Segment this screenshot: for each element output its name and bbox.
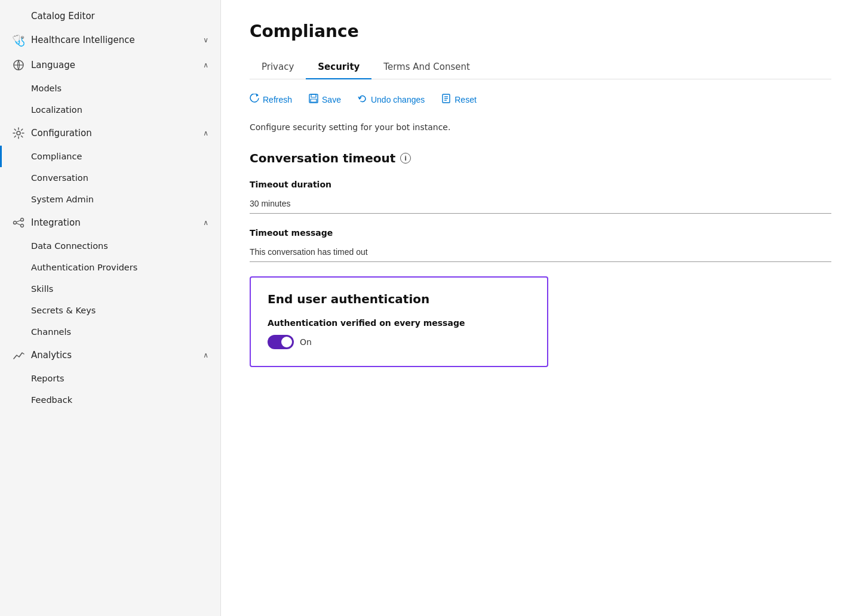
svg-point-2	[14, 221, 17, 224]
sidebar-item-integration[interactable]: Integration ∧	[0, 210, 220, 235]
toggle-knob	[281, 337, 292, 347]
reset-button[interactable]: Reset	[441, 91, 477, 108]
page-title: Compliance	[250, 21, 831, 41]
timeout-duration-label: Timeout duration	[250, 180, 831, 189]
description-text: Configure security setting for your bot …	[250, 122, 831, 132]
toggle-state-text: On	[300, 337, 312, 347]
auth-box-title: End user authentication	[268, 292, 530, 306]
tab-security[interactable]: Security	[306, 56, 371, 79]
refresh-icon	[250, 94, 259, 106]
sidebar-item-analytics[interactable]: Analytics ∧	[0, 343, 220, 368]
toggle-row: On	[268, 335, 530, 349]
chevron-down-icon: ∨	[203, 36, 208, 44]
chevron-up-icon-analytics: ∧	[203, 351, 208, 359]
sidebar-item-channels[interactable]: Channels	[0, 321, 220, 343]
analytics-icon	[12, 349, 25, 362]
sidebar-item-healthcare-intelligence[interactable]: 🩺 Healthcare Intelligence ∨	[0, 27, 220, 53]
sidebar-item-reports[interactable]: Reports	[0, 368, 220, 389]
end-user-auth-box: End user authentication Authentication v…	[250, 276, 548, 367]
svg-rect-8	[311, 94, 316, 97]
tab-privacy[interactable]: Privacy	[250, 56, 306, 79]
svg-line-6	[17, 223, 21, 225]
sidebar-item-system-admin[interactable]: System Admin	[0, 189, 220, 210]
timeout-duration-input[interactable]	[250, 194, 831, 214]
chevron-up-icon: ∧	[203, 61, 208, 69]
save-icon	[309, 94, 318, 106]
timeout-message-input[interactable]	[250, 242, 831, 262]
reset-icon	[441, 94, 451, 106]
svg-point-1	[17, 131, 20, 135]
svg-line-5	[17, 220, 21, 222]
info-icon[interactable]: i	[400, 153, 411, 164]
sidebar-item-auth-providers[interactable]: Authentication Providers	[0, 257, 220, 278]
sidebar-item-conversation[interactable]: Conversation	[0, 167, 220, 189]
sidebar: Catalog Editor 🩺 Healthcare Intelligence…	[0, 0, 221, 616]
tab-terms[interactable]: Terms And Consent	[371, 56, 482, 79]
sidebar-item-localization[interactable]: Localization	[0, 99, 220, 121]
sidebar-item-feedback[interactable]: Feedback	[0, 389, 220, 411]
save-button[interactable]: Save	[309, 91, 341, 108]
language-icon	[12, 58, 25, 72]
toolbar: Refresh Save Undo changes	[250, 91, 831, 108]
tab-bar: Privacy Security Terms And Consent	[250, 56, 831, 79]
timeout-message-label: Timeout message	[250, 228, 831, 238]
svg-point-3	[21, 218, 24, 221]
chevron-up-icon-config: ∧	[203, 129, 208, 137]
chevron-up-icon-int: ∧	[203, 218, 208, 227]
integration-icon	[12, 216, 25, 229]
refresh-button[interactable]: Refresh	[250, 91, 292, 108]
timeout-duration-field: Timeout duration	[250, 180, 831, 214]
conversation-timeout-title: Conversation timeout i	[250, 151, 831, 165]
sidebar-item-configuration[interactable]: Configuration ∧	[0, 121, 220, 146]
svg-rect-9	[311, 99, 317, 102]
sidebar-item-compliance[interactable]: Compliance	[0, 146, 220, 167]
sidebar-item-language[interactable]: Language ∧	[0, 53, 220, 78]
sidebar-item-catalog-editor[interactable]: Catalog Editor	[0, 5, 220, 27]
timeout-message-field: Timeout message	[250, 228, 831, 262]
undo-icon	[358, 94, 367, 106]
sidebar-item-skills[interactable]: Skills	[0, 278, 220, 300]
healthcare-icon: 🩺	[12, 33, 25, 47]
sidebar-item-models[interactable]: Models	[0, 78, 220, 99]
svg-point-4	[21, 224, 24, 227]
auth-toggle[interactable]	[268, 335, 294, 349]
config-icon	[12, 127, 25, 140]
sidebar-item-secrets-keys[interactable]: Secrets & Keys	[0, 300, 220, 321]
sidebar-item-data-connections[interactable]: Data Connections	[0, 235, 220, 257]
undo-button[interactable]: Undo changes	[358, 91, 425, 108]
main-content: Compliance Privacy Security Terms And Co…	[221, 0, 860, 616]
auth-toggle-label: Authentication verified on every message	[268, 318, 530, 328]
